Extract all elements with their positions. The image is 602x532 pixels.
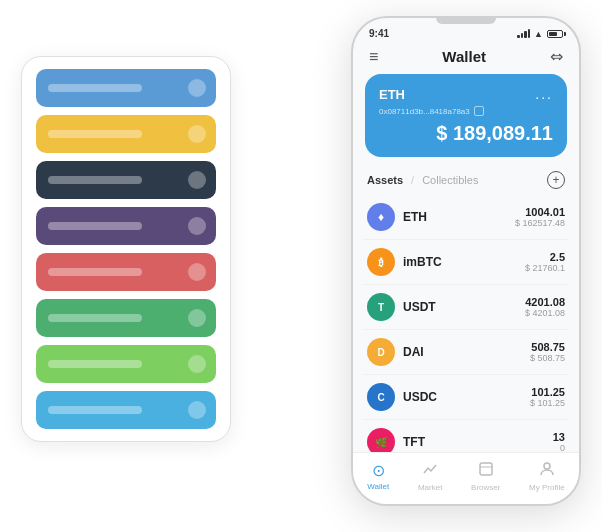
phone-header: ≡ Wallet ⇔ <box>353 43 579 74</box>
list-item[interactable] <box>36 207 216 245</box>
market-nav-label: Market <box>418 483 442 492</box>
table-row[interactable]: D DAI 508.75 $ 508.75 <box>363 330 569 375</box>
svg-rect-0 <box>480 463 492 475</box>
eth-icon: ♦ <box>367 203 395 231</box>
eth-card[interactable]: ETH ... 0x08711d3b...8418a78a3 $ 189,089… <box>365 74 567 157</box>
asset-usd: $ 162517.48 <box>515 218 565 228</box>
wallet-nav-label: Wallet <box>367 482 389 491</box>
card-bar <box>48 222 142 230</box>
list-item[interactable] <box>36 299 216 337</box>
card-bar <box>48 406 142 414</box>
scene: 9:41 ▲ ≡ Wallet ⇔ ETH <box>21 16 581 516</box>
card-bar <box>48 314 142 322</box>
assets-tabs: Assets / Collectibles <box>367 174 478 186</box>
asset-amounts: 13 0 <box>553 431 565 452</box>
asset-symbol: USDC <box>403 390 530 404</box>
eth-balance: $ 189,089.11 <box>379 122 553 145</box>
svg-point-2 <box>544 463 550 469</box>
signal-icon <box>517 29 530 38</box>
imbtc-icon: ₿ <box>367 248 395 276</box>
copy-icon[interactable] <box>474 106 484 116</box>
eth-more-icon[interactable]: ... <box>535 86 553 102</box>
list-item[interactable] <box>36 69 216 107</box>
page-title: Wallet <box>442 48 486 65</box>
phone-frame: 9:41 ▲ ≡ Wallet ⇔ ETH <box>351 16 581 506</box>
battery-icon <box>547 30 563 38</box>
market-nav-icon <box>422 461 438 481</box>
card-icon <box>188 217 206 235</box>
asset-symbol: imBTC <box>403 255 525 269</box>
asset-usd: $ 21760.1 <box>525 263 565 273</box>
table-row[interactable]: T USDT 4201.08 $ 4201.08 <box>363 285 569 330</box>
card-icon <box>188 263 206 281</box>
tab-collectibles[interactable]: Collectibles <box>422 174 478 186</box>
wallet-nav-icon: ⊙ <box>372 461 385 480</box>
tab-assets[interactable]: Assets <box>367 174 403 186</box>
tft-icon: 🌿 <box>367 428 395 452</box>
list-item[interactable] <box>36 115 216 153</box>
asset-usd: $ 508.75 <box>530 353 565 363</box>
list-item[interactable] <box>36 391 216 429</box>
nav-profile[interactable]: My Profile <box>529 461 565 492</box>
phone-notch <box>436 18 496 24</box>
asset-amounts: 508.75 $ 508.75 <box>530 341 565 363</box>
profile-nav-icon <box>539 461 555 481</box>
asset-usd: $ 4201.08 <box>525 308 565 318</box>
card-stack <box>21 56 231 442</box>
asset-amount: 13 <box>553 431 565 443</box>
asset-list: ♦ ETH 1004.01 $ 162517.48 ₿ imBTC 2.5 $ … <box>353 195 579 452</box>
card-bar <box>48 176 142 184</box>
eth-card-header: ETH ... <box>379 86 553 102</box>
asset-amounts: 1004.01 $ 162517.48 <box>515 206 565 228</box>
usdt-icon: T <box>367 293 395 321</box>
card-icon <box>188 309 206 327</box>
browser-nav-icon <box>478 461 494 481</box>
nav-market[interactable]: Market <box>418 461 442 492</box>
table-row[interactable]: 🌿 TFT 13 0 <box>363 420 569 452</box>
card-icon <box>188 125 206 143</box>
asset-amount: 508.75 <box>530 341 565 353</box>
nav-browser[interactable]: Browser <box>471 461 500 492</box>
browser-nav-label: Browser <box>471 483 500 492</box>
card-bar <box>48 130 142 138</box>
status-icons: ▲ <box>517 29 563 39</box>
asset-usd: $ 101.25 <box>530 398 565 408</box>
asset-symbol: USDT <box>403 300 525 314</box>
asset-amounts: 4201.08 $ 4201.08 <box>525 296 565 318</box>
asset-amount: 2.5 <box>525 251 565 263</box>
asset-usd: 0 <box>553 443 565 452</box>
eth-label: ETH <box>379 87 405 102</box>
eth-address: 0x08711d3b...8418a78a3 <box>379 106 553 116</box>
table-row[interactable]: ♦ ETH 1004.01 $ 162517.48 <box>363 195 569 240</box>
card-bar <box>48 360 142 368</box>
tab-divider: / <box>411 174 414 186</box>
asset-symbol: DAI <box>403 345 530 359</box>
asset-symbol: TFT <box>403 435 553 449</box>
asset-amounts: 101.25 $ 101.25 <box>530 386 565 408</box>
card-bar <box>48 84 142 92</box>
card-icon <box>188 355 206 373</box>
table-row[interactable]: C USDC 101.25 $ 101.25 <box>363 375 569 420</box>
list-item[interactable] <box>36 345 216 383</box>
add-asset-button[interactable]: + <box>547 171 565 189</box>
profile-nav-label: My Profile <box>529 483 565 492</box>
asset-symbol: ETH <box>403 210 515 224</box>
card-icon <box>188 401 206 419</box>
card-icon <box>188 171 206 189</box>
menu-icon[interactable]: ≡ <box>369 48 378 66</box>
list-item[interactable] <box>36 253 216 291</box>
card-bar <box>48 268 142 276</box>
dai-icon: D <box>367 338 395 366</box>
card-icon <box>188 79 206 97</box>
asset-amount: 101.25 <box>530 386 565 398</box>
table-row[interactable]: ₿ imBTC 2.5 $ 21760.1 <box>363 240 569 285</box>
wifi-icon: ▲ <box>534 29 543 39</box>
nav-wallet[interactable]: ⊙ Wallet <box>367 461 389 492</box>
asset-amount: 4201.08 <box>525 296 565 308</box>
usdc-icon: C <box>367 383 395 411</box>
bottom-nav: ⊙ Wallet Market Browser <box>353 452 579 504</box>
status-time: 9:41 <box>369 28 389 39</box>
scan-icon[interactable]: ⇔ <box>550 47 563 66</box>
list-item[interactable] <box>36 161 216 199</box>
asset-amount: 1004.01 <box>515 206 565 218</box>
